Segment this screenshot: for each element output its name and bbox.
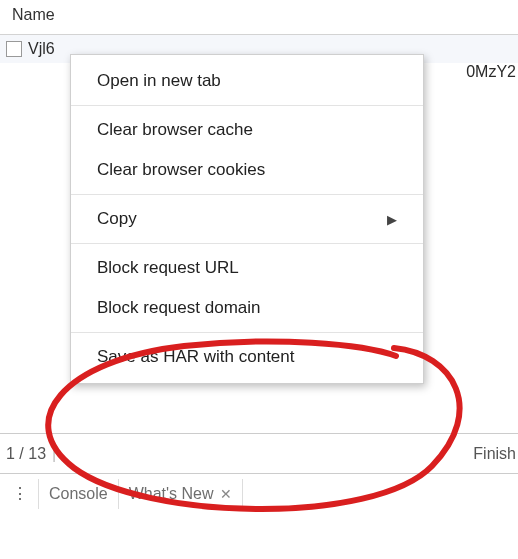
menu-open-in-new-tab-label: Open in new tab — [97, 71, 221, 91]
tab-console[interactable]: Console — [38, 479, 119, 509]
close-icon[interactable]: ✕ — [220, 486, 232, 502]
menu-save-as-har[interactable]: Save as HAR with content — [71, 337, 423, 377]
menu-open-in-new-tab[interactable]: Open in new tab — [71, 61, 423, 101]
menu-clear-cookies[interactable]: Clear browser cookies — [71, 150, 423, 190]
menu-copy[interactable]: Copy ▶ — [71, 199, 423, 239]
menu-separator — [71, 243, 423, 244]
more-options-icon[interactable]: ⋮ — [6, 482, 38, 506]
menu-block-request-url-label: Block request URL — [97, 258, 239, 278]
menu-copy-label: Copy — [97, 209, 137, 229]
chevron-right-icon: ▶ — [387, 212, 397, 227]
menu-block-request-url[interactable]: Block request URL — [71, 248, 423, 288]
devtools-drawer-tabs: ⋮ Console What's New ✕ — [0, 473, 518, 513]
context-menu: Open in new tab Clear browser cache Clea… — [70, 54, 424, 384]
menu-separator — [71, 194, 423, 195]
menu-save-as-har-label: Save as HAR with content — [97, 347, 294, 367]
request-name-fragment-left: Vjl6 — [28, 40, 55, 58]
column-name-label: Name — [12, 6, 55, 23]
menu-block-request-domain[interactable]: Block request domain — [71, 288, 423, 328]
menu-block-request-domain-label: Block request domain — [97, 298, 260, 318]
status-finish-fragment: Finish — [473, 445, 516, 463]
request-checkbox[interactable] — [6, 41, 22, 57]
status-requests-count: 1 / 13 — [6, 445, 46, 463]
menu-separator — [71, 332, 423, 333]
menu-clear-cache[interactable]: Clear browser cache — [71, 110, 423, 150]
tab-whats-new[interactable]: What's New ✕ — [119, 479, 243, 509]
menu-clear-cache-label: Clear browser cache — [97, 120, 253, 140]
network-column-header[interactable]: Name — [0, 0, 518, 35]
menu-separator — [71, 105, 423, 106]
request-name-fragment-right: 0MzY2 — [466, 63, 516, 81]
menu-clear-cookies-label: Clear browser cookies — [97, 160, 265, 180]
status-separator: | — [52, 445, 56, 463]
network-status-bar: 1 / 13 | Finish — [0, 433, 518, 473]
tab-whats-new-label: What's New — [129, 485, 214, 503]
tab-console-label: Console — [49, 485, 108, 503]
